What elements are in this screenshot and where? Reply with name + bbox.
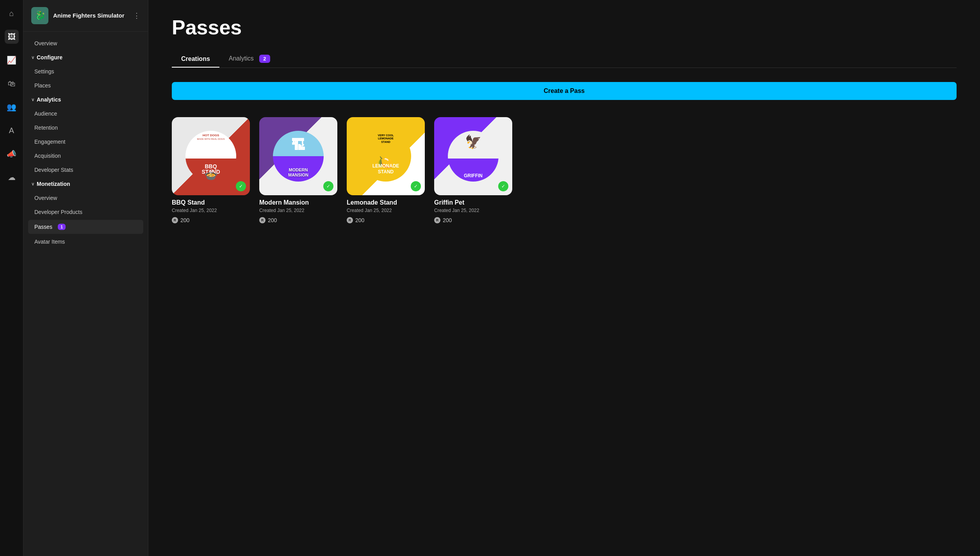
passes-label: Passes [34,224,52,230]
places-label: Places [34,82,51,89]
chevron-icon: ∨ [31,97,34,102]
sidebar-item-settings[interactable]: Settings [23,64,148,78]
bbq-bowl-icon: 🍲 [204,168,218,182]
tab-creations[interactable]: Creations [172,51,219,67]
audience-label: Audience [34,110,57,117]
avatar-items-label: Avatar Items [34,239,65,245]
bbq-circle: HOT DOGSMADE WITH REAL DOGS BBQSTAND 🍲 [185,131,236,182]
sidebar: 🐉 Anime Fighters Simulator ⋮ Overview ∨ … [23,0,148,556]
game-icon: 🐉 [31,7,48,24]
developer-stats-label: Developer Stats [34,167,73,173]
sidebar-item-developer-stats[interactable]: Developer Stats [23,163,148,177]
griffin-pass-date: Created Jan 25, 2022 [434,208,512,213]
griffin-circle: 🦅 GRIFFIN [448,131,499,182]
mansion-price-value: 200 [268,217,277,223]
sidebar-section-monetization[interactable]: ∨ Monetization [23,177,148,191]
lemonade-pass-name: Lemonade Stand [347,199,425,206]
pass-card-image-bbq: HOT DOGSMADE WITH REAL DOGS BBQSTAND 🍲 ✓ [172,117,250,195]
engagement-label: Engagement [34,139,65,145]
mansion-building-icon: 🏗 [291,137,305,153]
creations-tab-label: Creations [181,55,210,62]
sidebar-item-retention[interactable]: Retention [23,121,148,135]
sidebar-item-developer-products[interactable]: Developer Products [23,205,148,219]
store-icon[interactable]: 🛍 [5,77,19,91]
lemon-top-text: VERY COOLLEMONADESTAND [360,134,411,144]
edit-icon-lemonade: ✓ [411,181,421,191]
cloud-icon[interactable]: ☁ [5,170,19,184]
sidebar-item-overview[interactable]: Overview [23,36,148,50]
edit-icon-bbq: ✓ [236,181,246,191]
bbq-pass-date: Created Jan 25, 2022 [172,208,250,213]
lemonade-circle: VERY COOLLEMONADESTAND 🍋 LEMONADESTAND [360,131,411,182]
mansion-pass-price: R 200 [259,217,337,223]
icon-rail: ⌂ 🖼 📈 🛍 👥 A 📣 ☁ [0,0,23,556]
mansion-pass-name: Modern Mansion [259,199,337,206]
pass-card-griffin[interactable]: 🦅 GRIFFIN ✓ Griffin Pet Created Jan 25, … [434,117,512,223]
chevron-icon: ∨ [31,55,34,60]
lemon-bottom-text: LEMONADESTAND [360,163,411,175]
analytics-section-label: Analytics [37,96,61,103]
tabs-bar: Creations Analytics 2 [172,50,957,68]
game-header: 🐉 Anime Fighters Simulator ⋮ [23,0,148,32]
pass-card-bbq[interactable]: HOT DOGSMADE WITH REAL DOGS BBQSTAND 🍲 ✓… [172,117,250,223]
analytics-icon[interactable]: 📈 [5,53,19,67]
griffin-text: GRIFFIN [448,173,499,178]
robux-icon: R [347,217,353,223]
sidebar-item-places[interactable]: Places [23,78,148,93]
bbq-top-text: HOT DOGSMADE WITH REAL DOGS [185,134,236,141]
bbq-pass-price: R 200 [172,217,250,223]
mansion-circle: 🏗 MODERNMANSION [273,131,324,182]
edit-icon-griffin: ✓ [498,181,508,191]
more-options-icon[interactable]: ⋮ [133,11,140,20]
sidebar-item-passes[interactable]: Passes 1 [28,220,143,234]
sidebar-item-acquisition[interactable]: Acquisition [23,149,148,163]
analytics-tab-label: Analytics [229,55,254,62]
sidebar-item-audience[interactable]: Audience [23,107,148,121]
sidebar-item-engagement[interactable]: Engagement [23,135,148,149]
pass-card-image-griffin: 🦅 GRIFFIN ✓ [434,117,512,195]
lemonade-pass-date: Created Jan 25, 2022 [347,208,425,213]
mansion-text: MODERNMANSION [273,168,324,178]
passes-grid: HOT DOGSMADE WITH REAL DOGS BBQSTAND 🍲 ✓… [172,117,957,223]
analytics-badge: 2 [259,55,270,63]
sidebar-section-analytics[interactable]: ∨ Analytics [23,93,148,107]
main-content: Passes Creations Analytics 2 Create a Pa… [148,0,980,556]
mansion-pass-date: Created Jan 25, 2022 [259,208,337,213]
pass-card-image-mansion: 🏗 MODERNMANSION ✓ [259,117,337,195]
sidebar-item-overview-mono[interactable]: Overview [23,191,148,205]
robux-icon: R [259,217,265,223]
sidebar-item-avatar-items[interactable]: Avatar Items [23,235,148,249]
retention-label: Retention [34,125,58,131]
translate-icon[interactable]: A [5,123,19,137]
sidebar-section-configure[interactable]: ∨ Configure [23,50,148,64]
griffin-bird-icon: 🦅 [465,134,481,150]
pass-card-image-lemonade: VERY COOLLEMONADESTAND 🍋 LEMONADESTAND ✓ [347,117,425,195]
lemonade-pass-price: R 200 [347,217,425,223]
lemonade-price-value: 200 [355,217,364,223]
pass-card-mansion[interactable]: 🏗 MODERNMANSION ✓ Modern Mansion Created… [259,117,337,223]
bbq-pass-name: BBQ Stand [172,199,250,206]
bbq-price-value: 200 [180,217,189,223]
robux-icon: R [172,217,178,223]
griffin-price-value: 200 [443,217,452,223]
tab-analytics[interactable]: Analytics 2 [219,50,280,68]
chevron-icon: ∨ [31,182,34,187]
developer-products-label: Developer Products [34,209,82,215]
game-title: Anime Fighters Simulator [53,12,128,20]
create-pass-button[interactable]: Create a Pass [172,82,957,100]
edit-icon-mansion: ✓ [323,181,333,191]
robux-icon: R [434,217,440,223]
settings-label: Settings [34,68,54,75]
overview-label: Overview [34,40,57,46]
megaphone-icon[interactable]: 📣 [5,147,19,161]
griffin-pass-price: R 200 [434,217,512,223]
home-icon[interactable]: ⌂ [5,6,19,20]
acquisition-label: Acquisition [34,153,61,159]
page-title: Passes [172,16,957,39]
configure-label: Configure [37,54,62,61]
griffin-pass-name: Griffin Pet [434,199,512,206]
pass-card-lemonade[interactable]: VERY COOLLEMONADESTAND 🍋 LEMONADESTAND ✓… [347,117,425,223]
passes-badge: 1 [58,224,66,230]
users-icon[interactable]: 👥 [5,100,19,114]
image-icon[interactable]: 🖼 [5,30,19,44]
